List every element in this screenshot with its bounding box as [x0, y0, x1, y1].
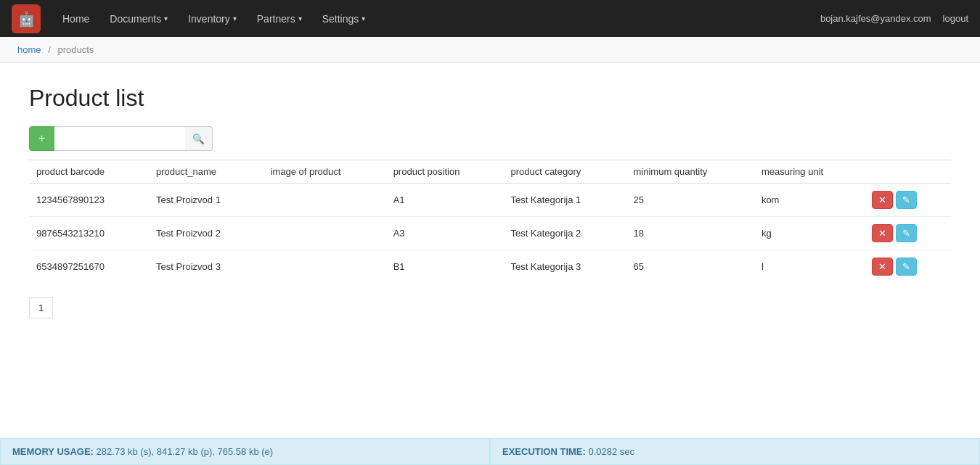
page-title: Product list	[29, 85, 951, 112]
nav-documents[interactable]: Documents ▾	[99, 0, 178, 37]
cell-actions: ✕ ✎	[865, 217, 951, 250]
cell-barcode: 9876543213210	[29, 217, 149, 250]
col-unit: measuring unit	[754, 160, 865, 184]
footer: MEMORY USAGE: 282.73 kb (s), 841.27 kb (…	[0, 438, 980, 465]
cell-unit: l	[754, 250, 865, 284]
col-category: product category	[503, 160, 626, 184]
breadcrumb: home / products	[0, 37, 980, 63]
search-button[interactable]: 🔍	[185, 126, 213, 151]
edit-button[interactable]: ✎	[896, 224, 917, 242]
cell-position: A3	[386, 217, 504, 250]
user-email: bojan.kajfes@yandex.com	[820, 13, 931, 24]
cell-position: A1	[386, 184, 504, 217]
cell-actions: ✕ ✎	[865, 184, 951, 217]
pagination: 1	[29, 297, 951, 318]
table-row: 6534897251670Test Proizvod 3B1Test Kateg…	[29, 250, 951, 284]
breadcrumb-separator: /	[48, 44, 51, 55]
brand-logo: 🤖	[12, 4, 41, 33]
cell-name: Test Proizvod 3	[149, 250, 264, 284]
nav-inventory[interactable]: Inventory ▾	[178, 0, 247, 37]
table-row: 9876543213210Test Proizvod 2A3Test Kateg…	[29, 217, 951, 250]
col-position: product position	[386, 160, 504, 184]
nav-right: bojan.kajfes@yandex.com logout	[820, 13, 968, 24]
cell-actions: ✕ ✎	[865, 250, 951, 284]
action-buttons: ✕ ✎	[872, 191, 944, 209]
cell-barcode: 6534897251670	[29, 250, 149, 284]
cell-image	[264, 217, 386, 250]
nav-partners[interactable]: Partners ▾	[247, 0, 312, 37]
navbar: 🤖 Home Documents ▾ Inventory ▾ Partners …	[0, 0, 980, 37]
cell-unit: kg	[754, 217, 865, 250]
breadcrumb-home[interactable]: home	[17, 44, 41, 55]
action-buttons: ✕ ✎	[872, 258, 944, 276]
cell-min-qty: 25	[626, 184, 754, 217]
memory-value: 282.73 kb (s), 841.27 kb (p), 765.58 kb …	[97, 446, 274, 457]
table-row: 1234567890123Test Proizvod 1A1Test Kateg…	[29, 184, 951, 217]
table-header-row: product barcode product_name image of pr…	[29, 160, 951, 184]
cell-image	[264, 250, 386, 284]
col-min-qty: minimum quantity	[626, 160, 754, 184]
cell-unit: kom	[754, 184, 865, 217]
chevron-down-icon: ▾	[298, 15, 302, 22]
cell-min-qty: 65	[626, 250, 754, 284]
cell-category: Test Kategorija 2	[503, 217, 626, 250]
search-icon: 🔍	[192, 133, 205, 144]
toolbar: + 🔍	[29, 126, 951, 151]
cell-category: Test Kategorija 3	[503, 250, 626, 284]
add-product-button[interactable]: +	[29, 126, 54, 151]
cell-name: Test Proizvod 2	[149, 217, 264, 250]
action-buttons: ✕ ✎	[872, 224, 944, 242]
execution-time-bar: EXECUTION TIME: 0.0282 sec	[490, 438, 980, 465]
page-1-button[interactable]: 1	[29, 297, 53, 318]
logout-button[interactable]: logout	[943, 13, 968, 24]
cell-category: Test Kategorija 1	[503, 184, 626, 217]
search-input[interactable]	[54, 126, 185, 151]
memory-usage-bar: MEMORY USAGE: 282.73 kb (s), 841.27 kb (…	[0, 438, 490, 465]
main-content: Product list + 🔍 product barcode product…	[0, 63, 980, 355]
nav-settings[interactable]: Settings ▾	[312, 0, 376, 37]
exec-value: 0.0282 sec	[588, 446, 634, 457]
cell-name: Test Proizvod 1	[149, 184, 264, 217]
cell-image	[264, 184, 386, 217]
exec-label: EXECUTION TIME:	[502, 446, 586, 457]
product-table: product barcode product_name image of pr…	[29, 160, 951, 283]
col-barcode: product barcode	[29, 160, 149, 184]
col-name: product_name	[149, 160, 264, 184]
delete-button[interactable]: ✕	[872, 191, 893, 209]
delete-button[interactable]: ✕	[872, 224, 893, 242]
cell-position: B1	[386, 250, 504, 284]
cell-barcode: 1234567890123	[29, 184, 149, 217]
breadcrumb-current: products	[57, 44, 94, 55]
edit-button[interactable]: ✎	[896, 258, 917, 276]
cell-min-qty: 18	[626, 217, 754, 250]
memory-label: MEMORY USAGE:	[12, 446, 94, 457]
edit-button[interactable]: ✎	[896, 191, 917, 209]
nav-home[interactable]: Home	[52, 0, 99, 37]
delete-button[interactable]: ✕	[872, 258, 893, 276]
chevron-down-icon: ▾	[233, 15, 237, 22]
chevron-down-icon: ▾	[362, 15, 365, 22]
chevron-down-icon: ▾	[164, 15, 168, 22]
col-actions	[865, 160, 951, 184]
col-image: image of product	[264, 160, 386, 184]
